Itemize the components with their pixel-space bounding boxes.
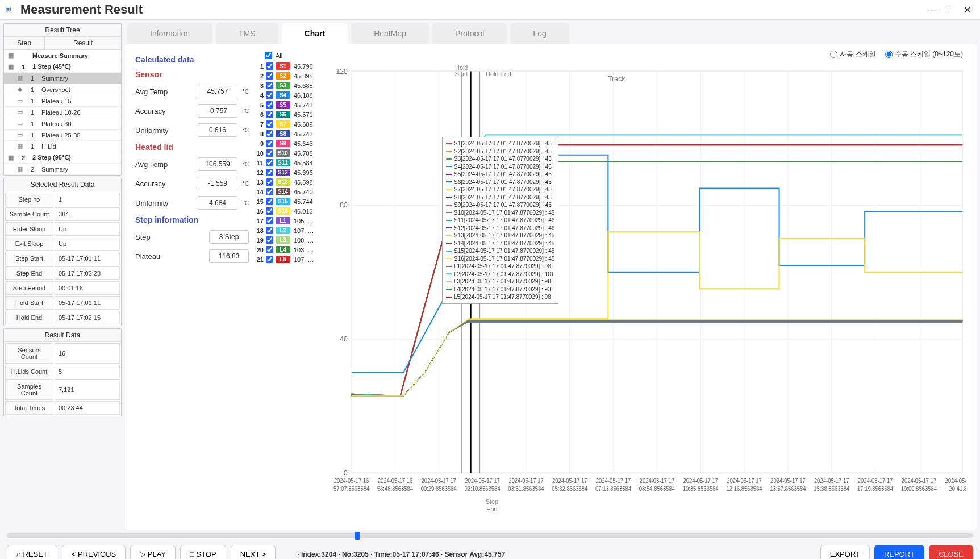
tab-protocol[interactable]: Protocol xyxy=(432,23,507,44)
tree-col-step: Step xyxy=(4,37,45,49)
sensor-legend-item[interactable]: 3S345.688 xyxy=(255,82,323,89)
svg-text:12:16.8563584: 12:16.8563584 xyxy=(727,486,763,492)
tree-row[interactable]: ▦11 Step (45℃) xyxy=(4,61,121,73)
sensor-uni: 0.616 xyxy=(198,123,237,137)
svg-text:2024-05-17 17: 2024-05-17 17 xyxy=(902,477,937,483)
sensor-legend-item[interactable]: 18L2107. … xyxy=(255,227,323,234)
svg-text:2024-05-17 17: 2024-05-17 17 xyxy=(683,477,718,483)
tab-chart[interactable]: Chart xyxy=(282,23,348,44)
svg-text:40: 40 xyxy=(340,335,348,343)
sensor-legend-item[interactable]: 1S145.798 xyxy=(255,62,323,70)
play-button[interactable]: ▷ PLAY xyxy=(130,545,176,559)
tab-log[interactable]: Log xyxy=(510,23,569,44)
sensor-legend-item[interactable]: 14S1445.740 xyxy=(255,188,323,195)
close-button[interactable]: CLOSE xyxy=(929,545,973,559)
tree-row[interactable]: ▭1Plateau 15 xyxy=(4,95,121,107)
svg-text:Hold End: Hold End xyxy=(486,70,511,77)
sensor-legend-item[interactable]: 9S945.645 xyxy=(255,140,323,147)
playback-progress[interactable] xyxy=(7,533,973,538)
lid-acc: -1.559 xyxy=(198,177,237,190)
svg-text:2024-05-17 16: 2024-05-17 16 xyxy=(378,477,413,483)
svg-text:Track: Track xyxy=(608,74,625,82)
progress-handle[interactable] xyxy=(355,532,360,540)
sensor-all-checkbox[interactable] xyxy=(265,52,272,59)
sensor-legend-item[interactable]: 19L3108. … xyxy=(255,236,323,244)
export-button[interactable]: EXPORT xyxy=(820,545,870,559)
sensor-legend-item[interactable]: 20L4103. … xyxy=(255,246,323,253)
auto-scale-radio[interactable]: 자동 스케일 xyxy=(830,49,875,59)
sensor-legend-item[interactable]: 15S1545.744 xyxy=(255,198,323,205)
calculated-data-panel: Calculated data Sensor Avg Temp45.757℃ A… xyxy=(135,52,249,522)
sensor-legend-item[interactable]: 6S645.571 xyxy=(255,111,323,118)
table-row: Hold Start05-17 17:01:11 xyxy=(5,296,120,310)
table-row: Exit SloopUp xyxy=(5,237,120,251)
tree-row[interactable]: ▦1H.Lid xyxy=(4,141,121,152)
sensor-legend-item[interactable]: 4S446.188 xyxy=(255,91,323,99)
svg-text:2024-05-17 17: 2024-05-17 17 xyxy=(552,477,587,483)
table-row: Samples Count7,121 xyxy=(5,379,120,400)
manual-scale-radio[interactable]: 수동 스케일 (0~120도) xyxy=(885,49,963,59)
minimize-button[interactable]: — xyxy=(925,3,941,16)
report-button[interactable]: REPORT xyxy=(874,545,924,559)
table-row: Step Start05-17 17:01:11 xyxy=(5,252,120,265)
svg-text:17:19.8563584: 17:19.8563584 xyxy=(857,486,894,492)
svg-text:2024-05-17 17: 2024-05-17 17 xyxy=(508,477,544,483)
next-button[interactable]: NEXT > xyxy=(231,545,276,559)
sensor-legend: All 1S145.7982S245.8953S345.6884S446.188… xyxy=(255,52,323,522)
sensor-legend-item[interactable]: 8S845.743 xyxy=(255,130,323,137)
tree-row[interactable]: ▭1Plateau 10-20 xyxy=(4,107,121,118)
stop-button[interactable]: □ STOP xyxy=(180,545,226,559)
titlebar: ≋ Measurement Result — □ ✕ xyxy=(0,0,980,20)
sensor-legend-item[interactable]: 12S1245.696 xyxy=(255,169,323,176)
svg-text:03:51.8563584: 03:51.8563584 xyxy=(508,486,544,492)
calc-header: Calculated data xyxy=(135,55,249,64)
tree-row[interactable]: ▦22 Step (95℃) xyxy=(4,152,121,164)
svg-text:2024-05-17 17: 2024-05-17 17 xyxy=(814,477,849,483)
tab-heatmap[interactable]: HeatMap xyxy=(351,23,429,44)
svg-text:10:35.8563584: 10:35.8563584 xyxy=(683,486,719,492)
window-title: Measurement Result xyxy=(20,2,925,17)
svg-text:Step: Step xyxy=(486,498,498,505)
svg-text:58:48.8563584: 58:48.8563584 xyxy=(377,486,414,492)
sensor-legend-item[interactable]: 11S1145.584 xyxy=(255,159,323,166)
tree-row[interactable]: ▭1Plateau 25-35 xyxy=(4,130,121,141)
tree-row[interactable]: ▦2Summary xyxy=(4,164,121,175)
app-icon: ≋ xyxy=(6,6,16,14)
svg-text:19:00.8563584: 19:00.8563584 xyxy=(901,486,937,492)
selected-result-panel: Selected Result Data Step no1Sample Coun… xyxy=(3,178,122,326)
previous-button[interactable]: < PREVIOUS xyxy=(62,545,126,559)
maximize-button[interactable]: □ xyxy=(944,3,957,16)
sensor-header: Sensor xyxy=(135,70,249,79)
svg-text:13:57.8563584: 13:57.8563584 xyxy=(770,486,806,492)
svg-text:2024-05-17 17: 2024-05-17 17 xyxy=(858,477,893,483)
sensor-legend-item[interactable]: 10S1045.785 xyxy=(255,149,323,157)
chart-area[interactable]: 자동 스케일 수동 스케일 (0~120도) 040801202024-05-1… xyxy=(328,52,966,522)
svg-text:15:38.8563584: 15:38.8563584 xyxy=(814,486,850,492)
step-val: 3 Step xyxy=(209,230,249,244)
sensor-legend-item[interactable]: 2S245.895 xyxy=(255,72,323,80)
sensor-legend-item[interactable]: 5S545.743 xyxy=(255,101,323,109)
step-info-header: Step information xyxy=(135,215,249,224)
tree-row[interactable]: ◆1Overshoot xyxy=(4,84,121,95)
tree-row[interactable]: ▭1Plateau 30 xyxy=(4,118,121,130)
tab-information[interactable]: Information xyxy=(127,23,212,44)
svg-text:08:54.8563584: 08:54.8563584 xyxy=(639,486,675,492)
sensor-legend-item[interactable]: 17L1105. … xyxy=(255,217,323,224)
table-row: Step Period00:01:16 xyxy=(5,281,120,295)
tab-tms[interactable]: TMS xyxy=(216,23,278,44)
reset-button[interactable]: ○ RESET xyxy=(7,545,57,559)
result-data-panel: Result Data Sensors Count16H.Lids Count5… xyxy=(3,328,122,416)
lid-uni: 4.684 xyxy=(198,196,237,210)
sensor-legend-item[interactable]: 16S1646.012 xyxy=(255,207,323,215)
sensor-legend-item[interactable]: 13S1345.598 xyxy=(255,178,323,186)
tree-row[interactable]: ▦1Summary xyxy=(4,73,121,84)
lid-avg: 106.559 xyxy=(198,157,237,171)
close-window-button[interactable]: ✕ xyxy=(960,3,974,16)
sensor-legend-item[interactable]: 21L5107. … xyxy=(255,256,323,263)
result-data-header: Result Data xyxy=(4,329,121,342)
svg-text:Hold: Hold xyxy=(455,64,468,70)
tree-row[interactable]: ▦Measure Summary xyxy=(4,50,121,61)
table-row: Enter SloopUp xyxy=(5,222,120,236)
chart-tooltip: S1[2024-05-17 17 01:47.8770029] : 45S2[2… xyxy=(442,137,558,304)
sensor-legend-item[interactable]: 7S745.689 xyxy=(255,120,323,128)
